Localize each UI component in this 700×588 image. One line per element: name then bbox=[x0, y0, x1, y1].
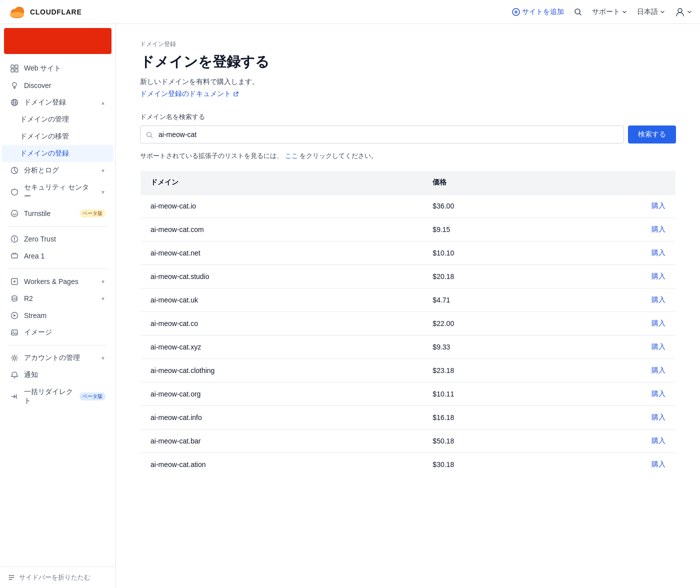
buy-link[interactable]: 購入 bbox=[652, 460, 666, 468]
price-cell: $23.18 bbox=[422, 359, 561, 382]
sidebar-item-label: ドメインの管理 bbox=[20, 115, 106, 124]
search-button-header[interactable] bbox=[574, 8, 582, 16]
domain-search-input[interactable] bbox=[140, 126, 624, 144]
breadcrumb: ドメイン登録 bbox=[140, 40, 676, 48]
table-row: ai-meow-cat.uk $4.71 購入 bbox=[140, 288, 676, 312]
gear-icon bbox=[10, 354, 19, 362]
sidebar-item-domain-registration[interactable]: ドメイン登録 ▲ bbox=[2, 94, 114, 111]
col-domain: ドメイン bbox=[140, 171, 423, 194]
sidebar-collapse-button[interactable]: サイドバーを折りたたむ bbox=[0, 566, 116, 588]
app-body: Web サイト Discover ドメイン登録 ▲ ドメインの管理 bbox=[0, 24, 700, 588]
language-menu[interactable]: 日本語 bbox=[637, 8, 665, 16]
buy-link[interactable]: 購入 bbox=[652, 319, 666, 327]
sidebar-item-area1[interactable]: Area 1 bbox=[2, 248, 114, 264]
external-link-icon bbox=[233, 91, 239, 97]
sidebar-item-websites[interactable]: Web サイト bbox=[2, 60, 114, 77]
buy-link[interactable]: 購入 bbox=[652, 413, 666, 421]
grid-icon bbox=[10, 64, 19, 73]
domain-cell: ai-meow-cat.org bbox=[140, 382, 423, 406]
domain-cell: ai-meow-cat.io bbox=[140, 194, 423, 218]
sidebar-item-label: 分析とログ bbox=[24, 166, 96, 175]
table-row: ai-meow-cat.net $10.10 購入 bbox=[140, 242, 676, 265]
beta-badge: ベータ版 bbox=[80, 392, 106, 400]
buy-link[interactable]: 購入 bbox=[652, 366, 666, 374]
domain-cell: ai-meow-cat.co bbox=[140, 312, 423, 336]
plus-icon bbox=[512, 8, 520, 16]
sidebar-item-domain-manage[interactable]: ドメインの管理 bbox=[2, 111, 114, 128]
sidebar-item-label: アカウントの管理 bbox=[24, 354, 96, 362]
sidebar-item-r2[interactable]: R2 ▼ bbox=[2, 290, 114, 307]
sidebar-item-domain-transfer[interactable]: ドメインの移管 bbox=[2, 128, 114, 145]
sidebar-item-domain-register[interactable]: ドメインの登録 bbox=[2, 145, 114, 162]
buy-cell: 購入 bbox=[561, 359, 676, 382]
svg-rect-11 bbox=[15, 69, 18, 72]
doc-link[interactable]: ドメイン登録のドキュメント bbox=[140, 90, 239, 98]
buy-link[interactable]: 購入 bbox=[652, 248, 666, 256]
search-icon bbox=[574, 8, 582, 16]
sidebar-item-account-manage[interactable]: アカウントの管理 ▼ bbox=[2, 350, 114, 366]
add-site-button[interactable]: サイトを追加 bbox=[512, 8, 564, 16]
search-submit-button[interactable]: 検索する bbox=[628, 126, 676, 144]
domain-cell: ai-meow-cat.info bbox=[140, 406, 423, 430]
logo[interactable]: CLOUDFLARE bbox=[8, 3, 82, 21]
r2-icon bbox=[10, 294, 19, 303]
buy-cell: 購入 bbox=[561, 312, 676, 336]
buy-link[interactable]: 購入 bbox=[652, 272, 666, 280]
buy-link[interactable]: 購入 bbox=[652, 342, 666, 350]
sidebar-item-discover[interactable]: Discover bbox=[2, 77, 114, 94]
buy-cell: 購入 bbox=[561, 430, 676, 453]
buy-link[interactable]: 購入 bbox=[652, 225, 666, 233]
buy-link[interactable]: 購入 bbox=[652, 390, 666, 398]
domain-table-body: ai-meow-cat.io $36.00 購入 ai-meow-cat.com… bbox=[140, 194, 676, 476]
price-cell: $9.33 bbox=[422, 336, 561, 359]
header-left: CLOUDFLARE bbox=[8, 3, 82, 21]
buy-cell: 購入 bbox=[561, 453, 676, 476]
domain-cell: ai-meow-cat.clothing bbox=[140, 359, 423, 382]
sidebar-item-label: Discover bbox=[24, 82, 106, 90]
chevron-down-icon bbox=[687, 10, 692, 14]
account-menu[interactable] bbox=[675, 7, 692, 17]
page-description: 新しいドメインを有料で購入します。 bbox=[140, 78, 676, 86]
header-right: サイトを追加 サポート 日本語 bbox=[512, 7, 692, 17]
sidebar-item-images[interactable]: イメージ bbox=[2, 324, 114, 341]
sidebar-item-label: セキュリティ センター bbox=[24, 183, 96, 201]
buy-link[interactable]: 購入 bbox=[652, 202, 666, 210]
svg-rect-18 bbox=[12, 254, 18, 258]
sidebar-item-turnstile[interactable]: Turnstile ベータ版 bbox=[2, 205, 114, 222]
sidebar-item-zero-trust[interactable]: Zero Trust bbox=[2, 230, 114, 248]
svg-rect-4 bbox=[10, 14, 24, 16]
svg-point-24 bbox=[14, 357, 16, 360]
price-cell: $10.10 bbox=[422, 242, 561, 265]
workers-icon bbox=[10, 277, 19, 286]
sidebar-item-notifications[interactable]: 通知 bbox=[2, 366, 114, 384]
redirect-icon bbox=[10, 392, 19, 401]
price-cell: $9.15 bbox=[422, 218, 561, 242]
extensions-link[interactable]: ここ bbox=[285, 152, 298, 160]
sidebar-banner bbox=[4, 28, 112, 54]
price-cell: $50.18 bbox=[422, 430, 561, 453]
buy-link[interactable]: 購入 bbox=[652, 436, 666, 444]
sidebar-item-label: イメージ bbox=[24, 328, 106, 337]
sidebar-item-stream[interactable]: Stream bbox=[2, 307, 114, 324]
sidebar-item-workers-pages[interactable]: Workers & Pages ▼ bbox=[2, 273, 114, 290]
sidebar-item-label: Area 1 bbox=[24, 252, 106, 260]
price-cell: $10.11 bbox=[422, 382, 561, 406]
support-menu[interactable]: サポート bbox=[592, 8, 627, 16]
shield-icon bbox=[10, 188, 19, 196]
buy-link[interactable]: 購入 bbox=[652, 296, 666, 304]
search-section: ドメイン名を検索する 検索する bbox=[140, 112, 676, 144]
sidebar-item-bulk-redirect[interactable]: 一括リダイレクト ベータ版 bbox=[2, 384, 114, 410]
table-row: ai-meow-cat.io $36.00 購入 bbox=[140, 194, 676, 218]
price-cell: $20.18 bbox=[422, 265, 561, 288]
sidebar-item-security-center[interactable]: セキュリティ センター ▼ bbox=[2, 179, 114, 205]
domain-cell: ai-meow-cat.com bbox=[140, 218, 423, 242]
table-row: ai-meow-cat.co $22.00 購入 bbox=[140, 312, 676, 336]
chevron-down-icon: ▼ bbox=[100, 279, 106, 284]
svg-point-12 bbox=[12, 82, 16, 86]
bell-icon bbox=[10, 370, 19, 380]
sidebar-nav: Web サイト Discover ドメイン登録 ▲ ドメインの管理 bbox=[0, 58, 116, 566]
sidebar-item-analytics[interactable]: 分析とログ ▼ bbox=[2, 162, 114, 179]
domain-cell: ai-meow-cat.bar bbox=[140, 430, 423, 453]
svg-rect-10 bbox=[11, 69, 14, 72]
svg-point-25 bbox=[147, 132, 152, 137]
